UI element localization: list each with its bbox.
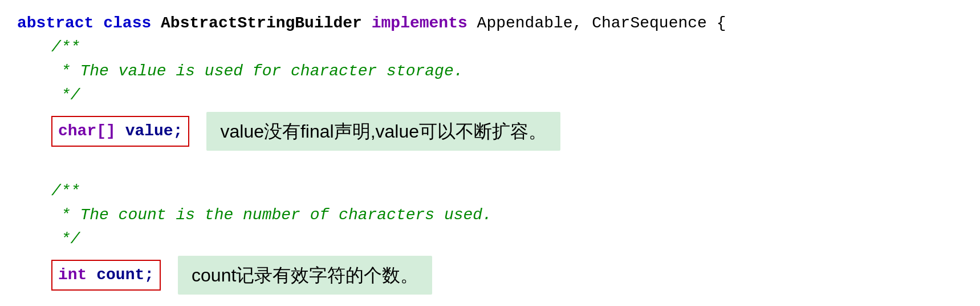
comment1-line: * The value is used for character storag… [17, 59, 963, 83]
field2-annotation-row: int count; count记录有效字符的个数。 [51, 256, 963, 295]
field1-name: value; [125, 122, 183, 140]
comment2-line: * The count is the number of characters … [17, 203, 963, 227]
field2-name: count; [96, 266, 154, 284]
annotation2-bubble: count记录有效字符的个数。 [178, 256, 432, 295]
class-declaration-line: abstract class AbstractStringBuilder imp… [17, 11, 963, 35]
class-name: AbstractStringBuilder [161, 14, 362, 32]
comment1-close: */ [17, 83, 963, 107]
comment1-open: /** [17, 35, 963, 59]
annotation1-text: value没有final声明,value可以不断扩容。 [220, 121, 547, 142]
code-container: abstract class AbstractStringBuilder imp… [17, 11, 963, 295]
field1-box: char[] value; [51, 116, 189, 147]
comment2-open: /** [17, 179, 963, 203]
kw-abstract: abstract [17, 14, 93, 32]
interface-names: Appendable, CharSequence [477, 14, 707, 32]
kw-class: class [103, 14, 151, 32]
field2-type: int [58, 266, 87, 284]
kw-implements: implements [372, 14, 467, 32]
spacer-line [17, 155, 963, 179]
annotation1-bubble: value没有final声明,value可以不断扩容。 [206, 112, 560, 151]
field1-type: char[] [58, 122, 116, 140]
field2-box: int count; [51, 260, 161, 291]
annotation2-text: count记录有效字符的个数。 [192, 265, 418, 285]
field1-annotation-row: char[] value; value没有final声明,value可以不断扩容… [51, 112, 963, 151]
comment2-close: */ [17, 227, 963, 251]
